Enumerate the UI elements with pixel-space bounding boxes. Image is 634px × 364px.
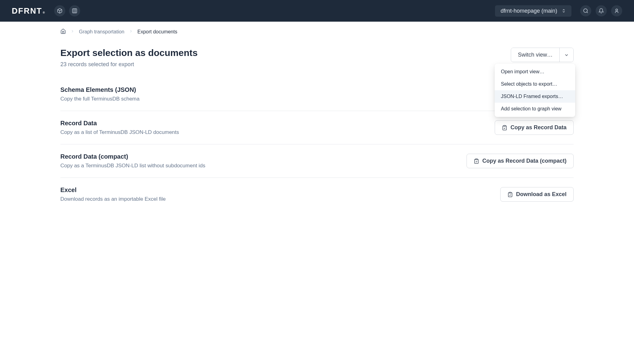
main-content: Export selection as documents 23 records… xyxy=(0,35,634,211)
section-info: Record Data Copy as a list of TerminusDB… xyxy=(60,120,179,135)
updown-icon xyxy=(562,9,566,13)
title-row: Export selection as documents 23 records… xyxy=(60,48,574,68)
breadcrumb-item-export-documents: Export documents xyxy=(137,29,177,35)
breadcrumb-item-graph-transportation[interactable]: Graph transportation xyxy=(79,29,124,35)
section-desc: Download records as an importable Excel … xyxy=(60,196,166,202)
title-block: Export selection as documents 23 records… xyxy=(60,48,198,68)
svg-line-5 xyxy=(587,12,588,13)
section-title: Excel xyxy=(60,186,166,194)
copy-record-data-button[interactable]: Copy as Record Data xyxy=(495,120,574,135)
section-info: Excel Download records as an importable … xyxy=(60,186,166,202)
header-right-icons xyxy=(580,5,622,16)
section-record-data-compact: Record Data (compact) Copy as a Terminus… xyxy=(60,144,574,178)
copy-record-data-compact-button[interactable]: Copy as Record Data (compact) xyxy=(467,154,574,168)
home-icon xyxy=(60,28,66,34)
section-info: Schema Elements (JSON) Copy the full Ter… xyxy=(60,86,140,102)
section-desc: Copy the full TerminusDB schema xyxy=(60,96,140,102)
user-icon xyxy=(614,8,619,14)
svg-point-4 xyxy=(584,9,587,12)
bell-icon xyxy=(598,8,604,14)
logo-registered: ® xyxy=(43,11,46,14)
section-title: Record Data xyxy=(60,120,179,127)
profile-button[interactable] xyxy=(611,5,622,16)
breadcrumb-separator xyxy=(70,29,75,35)
columns-icon-button[interactable] xyxy=(69,5,80,16)
svg-rect-9 xyxy=(476,159,477,160)
button-label: Copy as Record Data (compact) xyxy=(482,158,567,164)
project-selector-label: dfrnt-homepage (main) xyxy=(501,8,557,14)
section-desc: Copy as a list of TerminusDB JSON-LD doc… xyxy=(60,129,179,135)
brand-logo: DFRNT ® xyxy=(12,6,46,16)
svg-rect-1 xyxy=(72,9,77,13)
search-icon xyxy=(583,8,588,14)
section-title: Schema Elements (JSON) xyxy=(60,86,140,93)
page-subtitle: 23 records selected for export xyxy=(60,61,198,68)
dropdown-add-to-graph[interactable]: Add selection to graph view xyxy=(495,103,575,115)
button-label: Copy as Record Data xyxy=(510,124,567,131)
header-left-icons xyxy=(54,5,80,16)
switch-view-button-group: Switch view… xyxy=(511,48,574,62)
dropdown-select-objects[interactable]: Select objects to export… xyxy=(495,78,575,90)
breadcrumb: Graph transportation Export documents xyxy=(0,22,634,35)
page-title: Export selection as documents xyxy=(60,48,198,58)
section-excel: Excel Download records as an importable … xyxy=(60,178,574,211)
cube-icon-button[interactable] xyxy=(54,5,65,16)
switch-view-caret-button[interactable] xyxy=(560,48,573,62)
button-label: Download as Excel xyxy=(516,191,567,198)
clipboard-icon xyxy=(474,158,479,164)
cube-icon xyxy=(57,8,63,14)
section-title: Record Data (compact) xyxy=(60,153,205,160)
breadcrumb-separator xyxy=(129,29,133,35)
columns-icon xyxy=(72,8,77,14)
search-button[interactable] xyxy=(580,5,591,16)
section-info: Record Data (compact) Copy as a Terminus… xyxy=(60,153,205,169)
dropdown-open-import-view[interactable]: Open import view… xyxy=(495,66,575,78)
switch-view-dropdown: Open import view… Select objects to expo… xyxy=(495,64,575,117)
svg-rect-10 xyxy=(509,192,511,193)
svg-rect-8 xyxy=(504,125,506,126)
download-excel-button[interactable]: Download as Excel xyxy=(500,187,574,202)
project-selector[interactable]: dfrnt-homepage (main) xyxy=(495,5,571,17)
notifications-button[interactable] xyxy=(596,5,607,16)
switch-view-button[interactable]: Switch view… xyxy=(511,48,560,62)
dropdown-jsonld-framed[interactable]: JSON-LD Framed exports… xyxy=(495,90,575,103)
logo-text: DFRNT xyxy=(12,6,42,16)
clipboard-icon xyxy=(502,125,507,131)
clipboard-icon xyxy=(507,192,513,197)
switch-view-control: Switch view… Open import view… Select ob… xyxy=(511,48,574,62)
chevron-down-icon xyxy=(564,53,569,58)
breadcrumb-home[interactable] xyxy=(60,28,66,35)
section-desc: Copy as a TerminusDB JSON-LD list withou… xyxy=(60,163,205,169)
svg-point-6 xyxy=(616,9,618,11)
app-header: DFRNT ® dfrnt-homepage (main) xyxy=(0,0,634,22)
